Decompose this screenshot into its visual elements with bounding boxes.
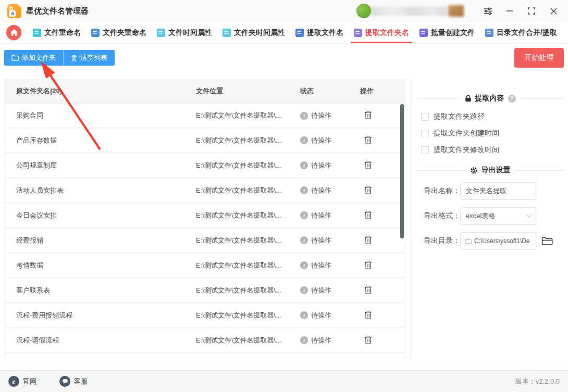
add-folder-button[interactable]: 添加文件夹 <box>4 50 63 66</box>
operation-cell <box>349 184 404 197</box>
status-text: 待操作 <box>311 186 331 195</box>
export-format-select[interactable]: excel表格 <box>460 207 537 225</box>
delete-row-button[interactable] <box>363 259 373 272</box>
delete-row-button[interactable] <box>363 334 373 347</box>
status-cell: i 待操作 <box>289 161 349 170</box>
blurred-badge <box>448 5 464 17</box>
info-icon: i <box>300 286 308 294</box>
info-icon: i <box>300 211 308 219</box>
checkbox-extract-folder-path[interactable]: 提取文件夹路径 <box>417 108 563 125</box>
chevron-down-icon <box>526 214 532 218</box>
footer-bar: e 官网 客服 版本：v2.2.0.0 <box>0 370 568 392</box>
official-website-link[interactable]: e 官网 <box>8 376 36 387</box>
file-path-cell: E:\测试文件\文件名提取器\... <box>184 311 289 320</box>
trash-icon <box>364 135 372 144</box>
delete-row-button[interactable] <box>363 284 373 297</box>
info-icon: i <box>300 186 308 194</box>
tab-extract-foldername[interactable]: 提取文件夹名 <box>349 22 414 43</box>
table-row: i <box>5 353 404 359</box>
status-cell: i 待操作 <box>289 236 349 245</box>
table-row: 产品库存数据 E:\测试文件\文件名提取器\... i 待操作 <box>5 128 404 153</box>
export-dir-row: 导出目录： C:\Users\yssoft1\De <box>417 232 563 250</box>
status-cell: i 待操作 <box>289 211 349 220</box>
tab-bar: 文件重命名 文件夹重命名 文件时间属性 文件夹时间属性 提取文件名 提取文件夹名… <box>0 22 568 44</box>
table-row: 流程-请假流程 E:\测试文件\文件名提取器\... i 待操作 <box>5 328 404 353</box>
settings-sliders-icon[interactable] <box>483 6 493 16</box>
operation-cell <box>349 234 404 247</box>
export-dir-input[interactable]: C:\Users\yssoft1\De <box>460 232 537 250</box>
export-dir-label: 导出目录： <box>417 236 460 246</box>
browse-folder-icon <box>541 236 553 246</box>
tab-label: 文件夹重命名 <box>103 28 146 37</box>
export-name-input[interactable] <box>460 182 537 200</box>
avatar[interactable] <box>356 4 371 18</box>
tab-batch-create[interactable]: 批量创建文件 <box>414 22 480 43</box>
info-icon: i <box>300 236 308 244</box>
status-text: 待操作 <box>311 261 331 270</box>
delete-row-button[interactable] <box>363 234 373 247</box>
tab-extract-filename[interactable]: 提取文件名 <box>290 22 349 43</box>
clock-icon <box>223 29 231 37</box>
folder-name-cell: 经费报销 <box>5 236 184 245</box>
customer-service-link[interactable]: 客服 <box>59 376 88 387</box>
close-button[interactable] <box>548 6 559 16</box>
clear-list-button[interactable]: 清空列表 <box>63 50 115 66</box>
folder-name-cell: 活动人员安排表 <box>5 186 184 195</box>
checkbox-box[interactable] <box>421 113 429 121</box>
export-format-row: 导出格式： excel表格 <box>417 207 563 225</box>
user-account[interactable] <box>356 4 464 18</box>
info-icon: i <box>300 161 308 169</box>
checkbox-box[interactable] <box>421 130 429 137</box>
delete-row-button[interactable] <box>363 359 373 360</box>
checkbox-extract-created-time[interactable]: 提取文件夹创建时间 <box>417 125 563 142</box>
file-path-cell: E:\测试文件\文件名提取器\... <box>184 211 289 220</box>
minimize-button[interactable] <box>504 6 515 16</box>
delete-row-button[interactable] <box>363 109 373 122</box>
tab-folder-rename[interactable]: 文件夹重命名 <box>86 22 152 43</box>
export-section-title: 导出设置 <box>481 166 511 175</box>
checkbox-box[interactable] <box>421 146 429 154</box>
options-sidebar: 提取内容 ? 提取文件夹路径 提取文件夹创建时间 提取文件夹修改时间 导出设置 <box>410 79 568 359</box>
operation-cell <box>349 359 404 360</box>
start-process-button[interactable]: 开始处理 <box>514 48 564 68</box>
browse-folder-button[interactable] <box>541 236 553 246</box>
file-path-cell: E:\测试文件\文件名提取器\... <box>184 161 289 170</box>
delete-row-button[interactable] <box>363 209 373 222</box>
tab-file-rename[interactable]: 文件重命名 <box>28 22 86 43</box>
table-scrollbar[interactable] <box>400 104 404 238</box>
operation-cell <box>349 284 404 297</box>
maximize-button[interactable] <box>526 6 537 16</box>
export-format-label: 导出格式： <box>417 211 460 221</box>
operation-cell <box>349 309 404 322</box>
header-status: 状态 <box>289 86 349 96</box>
tab-folder-time[interactable]: 文件夹时间属性 <box>217 22 290 43</box>
folder-small-icon <box>465 238 472 244</box>
status-cell: i 待操作 <box>289 311 349 320</box>
checkbox-extract-modified-time[interactable]: 提取文件夹修改时间 <box>417 142 563 158</box>
delete-row-button[interactable] <box>363 184 373 197</box>
table-row: 公司规章制度 E:\测试文件\文件名提取器\... i 待操作 <box>5 153 404 178</box>
status-cell: i 待操作 <box>289 336 349 345</box>
home-button[interactable] <box>6 25 21 40</box>
tab-merge-extract[interactable]: 目录文件合并/提取 <box>480 22 562 43</box>
info-icon: i <box>300 311 308 319</box>
table-row: 考情数据 E:\测试文件\文件名提取器\... i 待操作 <box>5 253 404 278</box>
delete-row-button[interactable] <box>363 159 373 172</box>
file-path-cell: E:\测试文件\文件名提取器\... <box>184 336 289 345</box>
folder-name-cell: 采购合同 <box>5 111 184 120</box>
help-icon[interactable]: ? <box>508 95 516 103</box>
tab-label: 提取文件名 <box>307 28 343 37</box>
folder-icon <box>91 29 100 37</box>
lock-icon <box>465 95 472 102</box>
info-icon: i <box>300 136 308 144</box>
delete-row-button[interactable] <box>363 309 373 322</box>
folder-name-cell: 考情数据 <box>5 261 184 270</box>
table-row: 活动人员安排表 E:\测试文件\文件名提取器\... i 待操作 <box>5 178 404 203</box>
header-folder-name: 原文件夹名(20) <box>5 86 184 96</box>
folder-name-cell: 公司规章制度 <box>5 161 184 170</box>
version-text: 版本：v2.2.0.0 <box>515 377 560 386</box>
tab-file-time[interactable]: 文件时间属性 <box>152 22 217 43</box>
file-path-cell: E:\测试文件\文件名提取器\... <box>184 236 289 245</box>
delete-row-button[interactable] <box>363 134 373 147</box>
operation-cell <box>349 159 404 172</box>
